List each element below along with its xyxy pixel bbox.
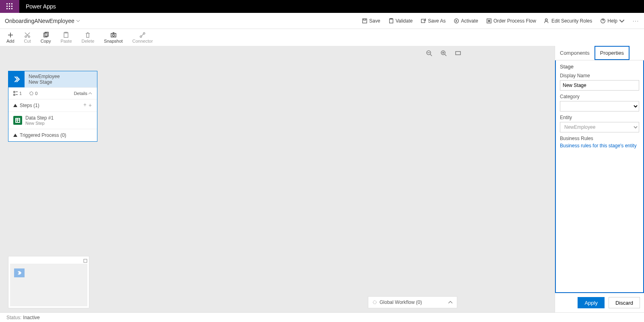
stage-details-toggle[interactable]: Details [74, 91, 92, 96]
security-icon [544, 18, 550, 24]
activate-button[interactable]: Activate [454, 18, 478, 24]
svg-rect-22 [64, 33, 68, 37]
stage-steps-label: Steps (1) [20, 103, 39, 108]
validate-label: Validate [396, 18, 413, 24]
chevron-up-icon [88, 91, 92, 95]
chevron-right-icon [17, 271, 21, 275]
cut-icon [24, 32, 31, 38]
svg-rect-2 [11, 3, 12, 4]
copy-label: Copy [41, 39, 51, 43]
stage-steps-header[interactable]: Steps (1) [8, 99, 97, 111]
fit-to-screen-button[interactable] [455, 50, 461, 58]
steps-icon [13, 91, 18, 96]
expand-icon[interactable] [83, 259, 87, 263]
paste-button[interactable]: Paste [60, 32, 72, 43]
business-rules-label: Business Rules [560, 136, 639, 141]
minimap[interactable] [8, 256, 89, 308]
chevron-up-icon[interactable] [448, 300, 453, 305]
triangle-icon [13, 134, 17, 137]
data-step-sub: New Step [25, 121, 54, 126]
designer-canvas[interactable]: NewEmployee New Stage 1 0 Details [0, 46, 555, 312]
waffle-icon [6, 3, 13, 10]
svg-rect-4 [9, 6, 10, 7]
triggered-process-row[interactable]: Triggered Process (0) [8, 129, 97, 141]
apply-button[interactable]: Apply [578, 297, 605, 308]
command-bar: OnboardingANewEmployee Save Validate Sav… [0, 13, 644, 29]
svg-rect-30 [456, 52, 460, 55]
minimap-stage-marker [14, 268, 25, 277]
cut-label: Cut [24, 39, 31, 43]
data-step-icon [13, 116, 22, 125]
paste-label: Paste [60, 39, 72, 43]
activate-icon [454, 18, 459, 24]
svg-rect-6 [6, 8, 8, 9]
stage-meta-row: 1 0 Details [8, 87, 97, 99]
copy-button[interactable]: Copy [41, 32, 51, 43]
step-reorder-controls[interactable] [83, 103, 92, 108]
zoom-out-button[interactable] [426, 50, 432, 58]
connector-button[interactable]: Connector [132, 32, 153, 43]
status-label: Status: [6, 315, 21, 320]
circle-dashed-icon [29, 91, 34, 96]
add-button[interactable]: Add [6, 32, 14, 43]
more-button[interactable]: ··· [633, 18, 639, 24]
entity-select[interactable]: NewEmployee [560, 122, 639, 132]
svg-rect-35 [84, 259, 87, 262]
svg-point-36 [373, 301, 376, 304]
save-icon [362, 18, 367, 24]
entity-label: Entity [560, 115, 639, 120]
tab-components[interactable]: Components [555, 46, 594, 60]
properties-heading: Stage [560, 64, 639, 70]
app-launcher-button[interactable] [0, 0, 19, 13]
chevron-right-icon [13, 76, 20, 83]
circle-dashed-icon [372, 300, 377, 305]
edit-toolbar: Add Cut Copy Paste Delete Snapshot Conne… [0, 29, 644, 46]
stage-card[interactable]: NewEmployee New Stage 1 0 Details [8, 71, 97, 142]
zoom-controls [426, 50, 461, 58]
add-label: Add [6, 39, 14, 43]
data-step-title: Data Step #1 [25, 115, 54, 121]
camera-icon [110, 32, 117, 38]
snapshot-button[interactable]: Snapshot [104, 32, 122, 43]
data-step-item[interactable]: Data Step #1 New Step [8, 111, 97, 129]
display-name-input[interactable] [560, 80, 639, 91]
zoom-in-icon [440, 50, 447, 56]
stage-entity-name: NewEmployee [29, 74, 93, 79]
business-rules-link[interactable]: Business rules for this stage's entity [560, 143, 636, 149]
chevron-down-icon [76, 19, 80, 23]
flow-name-dropdown[interactable]: OnboardingANewEmployee [5, 18, 80, 24]
help-button[interactable]: Help [600, 18, 625, 24]
save-as-button[interactable]: Save As [421, 18, 446, 24]
clipboard-icon [388, 18, 394, 24]
svg-point-27 [143, 33, 145, 34]
snapshot-label: Snapshot [104, 39, 122, 43]
zoom-out-icon [426, 50, 432, 56]
save-button[interactable]: Save [362, 18, 380, 24]
flow-name-label: OnboardingANewEmployee [5, 18, 74, 24]
category-select[interactable] [560, 101, 639, 111]
triggered-process-label: Triggered Process (0) [20, 132, 66, 138]
order-icon [486, 18, 492, 24]
trash-icon [85, 32, 91, 38]
connector-label: Connector [132, 39, 153, 43]
svg-rect-31 [14, 91, 15, 93]
arrow-up-icon [83, 103, 87, 107]
zoom-in-button[interactable] [440, 50, 447, 58]
svg-rect-10 [364, 19, 366, 20]
delete-button[interactable]: Delete [82, 32, 95, 43]
global-workflow-bar[interactable]: Global Workflow (0) [368, 296, 457, 308]
stage-header[interactable]: NewEmployee New Stage [8, 71, 97, 87]
order-process-flow-button[interactable]: Order Process Flow [486, 18, 536, 24]
suite-header: Power Apps [0, 0, 644, 13]
svg-rect-1 [9, 3, 10, 4]
cut-button[interactable]: Cut [24, 32, 31, 43]
fit-icon [455, 50, 461, 56]
svg-point-18 [25, 36, 27, 37]
discard-button[interactable]: Discard [609, 297, 640, 308]
triangle-icon [13, 104, 17, 107]
validate-button[interactable]: Validate [388, 18, 413, 24]
svg-rect-9 [363, 19, 367, 23]
tab-properties[interactable]: Properties [594, 46, 630, 60]
edit-security-roles-button[interactable]: Edit Security Roles [544, 18, 592, 24]
delete-label: Delete [82, 39, 95, 43]
